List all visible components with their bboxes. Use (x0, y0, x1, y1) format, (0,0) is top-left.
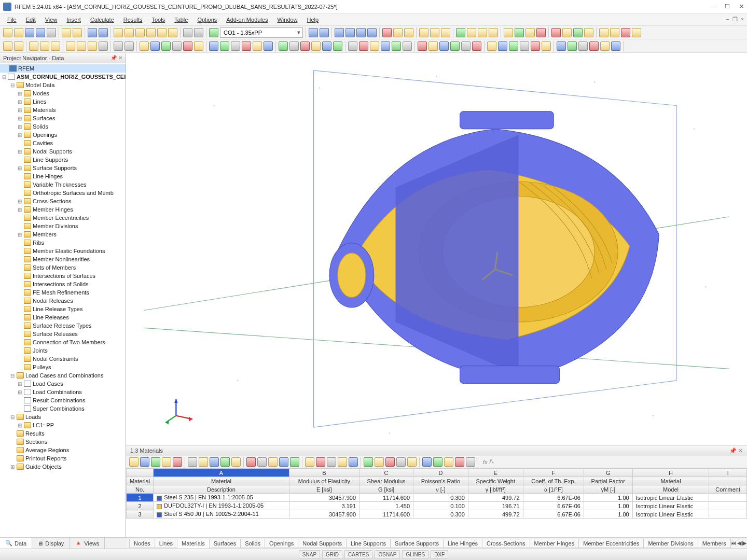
table-tool-icon[interactable] (279, 457, 288, 467)
print-icon[interactable] (47, 28, 56, 37)
tree-item[interactable]: Result Combinations (0, 396, 126, 404)
tool-icon[interactable] (125, 41, 134, 51)
tree-item[interactable]: ⊞Openings (0, 131, 126, 139)
pin-icon[interactable]: 📌 ✕ (729, 447, 743, 454)
tree-item[interactable]: Member Eccentricities (0, 214, 126, 222)
table-tool-icon[interactable] (433, 457, 442, 467)
tool-icon[interactable] (66, 41, 75, 51)
tool-icon[interactable] (542, 41, 551, 51)
table-tool-icon[interactable] (407, 457, 417, 467)
tree-item[interactable]: Member Divisions (0, 222, 126, 230)
tree-item[interactable]: ⊟Load Cases and Combinations (0, 371, 126, 380)
tool-icon[interactable] (367, 28, 377, 37)
table-tab[interactable]: Members (698, 539, 731, 548)
table-tool-icon[interactable] (466, 457, 475, 467)
tool-icon[interactable] (125, 28, 134, 37)
tree-item[interactable]: Ribs (0, 239, 126, 247)
tree-item[interactable]: Orthotropic Surfaces and Memb (0, 189, 126, 197)
menu-help[interactable]: Help (303, 16, 323, 24)
table-tool-icon[interactable] (375, 457, 384, 467)
tool-icon[interactable] (77, 41, 86, 51)
menu-file[interactable]: File (3, 16, 21, 24)
table-tool-icon[interactable] (364, 457, 373, 467)
tool-icon[interactable] (279, 41, 288, 51)
tool-icon[interactable] (568, 41, 577, 51)
status-glines[interactable]: GLINES (402, 550, 428, 559)
tool-icon[interactable] (551, 28, 561, 37)
tool-icon[interactable] (531, 41, 540, 51)
table-tab[interactable]: Surfaces (209, 539, 241, 548)
table-row[interactable]: 1Steel S 235 | EN 1993-1-1:2005-0530457.… (127, 494, 747, 502)
tree-item[interactable]: Printout Reports (0, 454, 126, 463)
menu-window[interactable]: Window (273, 16, 301, 24)
tool-icon[interactable] (392, 41, 401, 51)
saveas-icon[interactable] (36, 28, 45, 37)
tool-icon[interactable] (467, 28, 476, 37)
tree-item[interactable]: ⊞Cross-Sections (0, 197, 126, 205)
tool-icon[interactable] (62, 28, 71, 37)
tree-item[interactable]: Pulleys (0, 363, 126, 371)
tool-icon[interactable] (359, 41, 368, 51)
nav-tab-display[interactable]: 🖥 Display (32, 538, 70, 549)
tree-item[interactable]: Intersections of Surfaces (0, 272, 126, 280)
table-tool-icon[interactable] (257, 457, 267, 467)
table-tool-icon[interactable] (210, 457, 219, 467)
table-tab[interactable]: Member Hinges (530, 539, 579, 548)
table-tool-icon[interactable] (173, 457, 182, 467)
tool-icon[interactable] (51, 41, 60, 51)
table-tab[interactable]: Nodes (129, 539, 155, 548)
menu-insert[interactable]: Insert (62, 16, 85, 24)
table-tool-icon[interactable] (162, 457, 171, 467)
table-row[interactable]: 2DUFDOL32TY-I | EN 1993-1-1:2005-053.191… (127, 502, 747, 510)
materials-table[interactable]: A B C D E F G H I Material Material Modu… (126, 468, 747, 519)
tree-item[interactable]: Variable Thicknesses (0, 180, 126, 189)
tool-icon[interactable] (348, 41, 357, 51)
tool-icon[interactable] (536, 28, 546, 37)
tool-icon[interactable] (487, 41, 496, 51)
table-tab[interactable]: Member Eccentricities (578, 539, 644, 548)
menu-view[interactable]: View (41, 16, 62, 24)
menu-tools[interactable]: Tools (147, 16, 169, 24)
model-viewport[interactable] (126, 53, 747, 445)
tree-item[interactable]: ⊞Load Combinations (0, 388, 126, 396)
menu-table[interactable]: Table (170, 16, 192, 24)
tool-icon[interactable] (209, 28, 218, 37)
tool-icon[interactable] (478, 28, 487, 37)
tool-icon[interactable] (393, 28, 403, 37)
tool-icon[interactable] (632, 28, 641, 37)
menu-results[interactable]: Results (119, 16, 147, 24)
tool-icon[interactable] (172, 41, 182, 51)
tool-icon[interactable] (140, 41, 149, 51)
fx-icon[interactable]: fx (483, 459, 488, 465)
tree-item[interactable]: Line Hinges (0, 172, 126, 180)
table-tool-icon[interactable] (385, 457, 395, 467)
tool-icon[interactable] (300, 41, 310, 51)
tool-icon[interactable] (135, 28, 145, 37)
tree-item[interactable]: ⊞Lines (0, 97, 126, 106)
tree-item[interactable]: ⊞Surface Supports (0, 164, 126, 172)
tree-item[interactable]: RFEM (0, 64, 126, 73)
maximize-button[interactable]: ☐ (725, 3, 730, 10)
tool-icon[interactable] (114, 28, 123, 37)
tree-item[interactable]: ⊞Nodal Supports (0, 147, 126, 156)
tool-icon[interactable] (335, 28, 344, 37)
new-icon[interactable] (3, 28, 12, 37)
tree-item[interactable]: ⊟Loads (0, 413, 126, 421)
tool-icon[interactable] (584, 28, 593, 37)
mdi-close-icon[interactable]: × (741, 16, 744, 23)
tree-item[interactable]: Line Supports (0, 156, 126, 164)
menu-calculate[interactable]: Calculate (86, 16, 118, 24)
tool-icon[interactable] (430, 28, 439, 37)
tool-icon[interactable] (88, 41, 97, 51)
tool-icon[interactable] (509, 41, 518, 51)
tree-item[interactable]: ⊞LC1: PP (0, 421, 126, 429)
tree-item[interactable]: Joints (0, 346, 126, 355)
nav-tab-data[interactable]: 🔍 Data (0, 538, 32, 549)
tool-icon[interactable] (472, 41, 481, 51)
tool-icon[interactable] (441, 28, 450, 37)
table-tool-icon[interactable] (220, 457, 230, 467)
table-tool-icon[interactable] (338, 457, 347, 467)
tool-icon[interactable] (183, 41, 192, 51)
tree-item[interactable]: Intersections of Solids (0, 280, 126, 288)
tool-icon[interactable] (450, 41, 460, 51)
